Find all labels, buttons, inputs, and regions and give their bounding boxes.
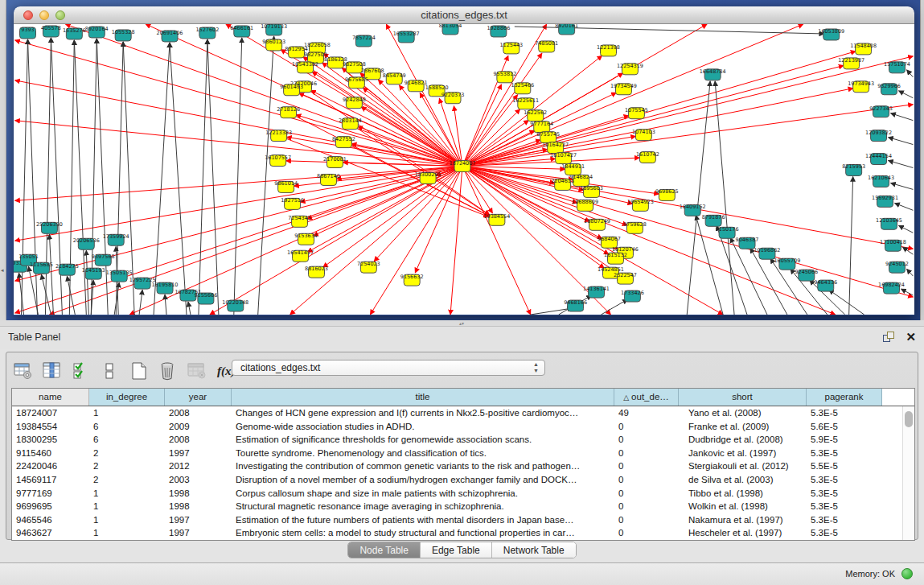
cell-name[interactable]: 9699695 <box>12 500 89 513</box>
cell-title[interactable]: Embryonic stem cells: a model to study s… <box>232 526 614 540</box>
right-panel-collapsed-strip[interactable] <box>920 0 924 320</box>
column-header-title[interactable]: title <box>232 389 614 406</box>
graph-node[interactable]: 14136141 <box>583 286 610 298</box>
cell-in_degree[interactable]: 1 <box>89 487 165 501</box>
table-row[interactable]: 946554611997Estimation of the future num… <box>12 513 902 527</box>
graph-node[interactable]: 16225611 <box>512 97 539 109</box>
delete-table-icon[interactable] <box>158 360 179 381</box>
table-scrollbar[interactable] <box>902 406 914 540</box>
graph-node[interactable]: 10719133 <box>261 24 287 35</box>
cell-year[interactable]: 2008 <box>165 433 232 447</box>
memory-status-indicator[interactable] <box>901 568 913 579</box>
graph-node[interactable]: 12213987 <box>838 57 864 69</box>
table-row[interactable]: 1938455462009Genome-wide association stu… <box>12 420 902 434</box>
cell-in_degree[interactable]: 2 <box>89 473 165 487</box>
graph-node[interactable]: 9329966 <box>877 83 901 95</box>
graph-node[interactable]: 1844911 <box>561 163 585 175</box>
graph-node[interactable]: 9227343 <box>869 105 893 117</box>
graph-node[interactable]: 20206536 <box>73 237 100 249</box>
graph-node[interactable]: 1325466 <box>511 82 534 94</box>
cell-out_degree[interactable]: 0 <box>614 487 679 501</box>
graph-node[interactable]: 9601493 <box>280 84 303 96</box>
cell-pagerank[interactable]: 5.5E-5 <box>807 459 882 473</box>
graph-node[interactable]: 1733426 <box>621 290 644 302</box>
graph-node[interactable]: 1527602 <box>195 27 219 39</box>
cell-pagerank[interactable]: 5.3E-5 <box>807 487 882 501</box>
graph-node[interactable]: 18807249 <box>584 218 610 230</box>
graph-node[interactable]: 9860123 <box>262 39 285 51</box>
cell-year[interactable]: 2012 <box>165 459 232 473</box>
graph-node[interactable]: 12103645 <box>876 217 902 229</box>
graph-node[interactable]: 2718126 <box>277 106 300 118</box>
cell-year[interactable]: 1998 <box>165 487 232 501</box>
cell-title[interactable]: Estimation of the future numbers of pati… <box>232 513 614 527</box>
graph-node[interactable]: 16053809 <box>818 28 844 40</box>
cell-in_degree[interactable]: 1 <box>89 526 165 540</box>
graph-node[interactable]: 16541437 <box>287 249 314 262</box>
cell-name[interactable]: 19384554 <box>12 420 89 434</box>
graph-node[interactable]: 7254345 <box>288 215 311 227</box>
cell-out_degree[interactable]: 0 <box>614 526 679 540</box>
cell-short[interactable]: Tibbo et al. (1998) <box>679 487 807 501</box>
graph-node[interactable]: 8215953 <box>842 164 865 176</box>
cell-short[interactable]: Franke et al. (2009) <box>679 420 807 434</box>
graph-node[interactable]: 12093822 <box>865 130 892 142</box>
network-view-canvas[interactable]: ◂ citations_edges.txt 93934055781535 <box>0 0 924 320</box>
cell-out_degree[interactable]: 49 <box>614 406 679 420</box>
graph-node[interactable]: 17100418 <box>880 239 906 251</box>
checkbox-list-icon[interactable] <box>100 360 121 381</box>
zoom-window-button[interactable] <box>55 10 65 20</box>
column-header-name[interactable]: name <box>12 389 89 406</box>
graph-node[interactable]: 6466161 <box>230 25 253 37</box>
network-window[interactable]: citations_edges.txt 93934055781535276892… <box>14 6 914 315</box>
graph-node[interactable]: 1115685 <box>30 262 53 274</box>
cell-pagerank[interactable]: 5.3E-5 <box>807 447 882 460</box>
splitter-grip-icon[interactable]: ▴▾ <box>459 322 466 326</box>
left-panel-collapsed-strip[interactable]: ◂ <box>0 0 6 320</box>
cell-year[interactable]: 2008 <box>165 406 232 420</box>
select-all-rows-icon[interactable] <box>71 360 92 381</box>
graph-node[interactable]: 1928866 <box>487 25 510 37</box>
graph-node[interactable]: 9156632 <box>400 274 424 286</box>
minimize-window-button[interactable] <box>39 10 49 20</box>
cell-out_degree[interactable]: 0 <box>614 459 679 473</box>
cell-year[interactable]: 2009 <box>165 420 232 434</box>
tab-edge-table[interactable]: Edge Table <box>421 542 492 558</box>
graph-node[interactable]: 19734943 <box>848 80 874 93</box>
graph-node[interactable]: 8920161 <box>555 24 578 35</box>
cell-pagerank[interactable]: 5.9E-5 <box>807 433 882 447</box>
table-row[interactable]: 1872400712008Changes of HCN gene express… <box>12 406 902 420</box>
column-chooser-icon[interactable] <box>42 360 63 381</box>
cell-out_degree[interactable]: 0 <box>614 473 679 487</box>
graph-node[interactable]: 2184275 <box>55 263 79 275</box>
table-settings-icon[interactable] <box>13 360 34 381</box>
graph-node[interactable]: 1535276 <box>63 27 86 39</box>
cell-year[interactable]: 1998 <box>165 500 232 513</box>
graph-node[interactable]: 8813054 <box>439 24 462 35</box>
import-table-icon[interactable] <box>187 360 207 381</box>
cell-name[interactable]: 9115460 <box>12 447 89 460</box>
graph-node[interactable]: 9153634 <box>294 233 318 245</box>
cell-name[interactable]: 22420046 <box>12 459 89 473</box>
graph-node[interactable]: 15692931 <box>872 195 898 207</box>
table-row[interactable]: 2242004622012Investigating the contribut… <box>12 459 902 473</box>
cell-name[interactable]: 9463627 <box>12 526 89 540</box>
graph-node[interactable]: 16210643 <box>868 175 894 187</box>
graph-node[interactable]: 9759628 <box>623 221 647 233</box>
table-row[interactable]: 977716911998Corpus callosum shape and si… <box>12 487 902 501</box>
graph-node[interactable]: 16553287 <box>393 31 420 43</box>
table-row[interactable]: 911546021997Tourette syndrome. Phenomeno… <box>12 447 902 460</box>
graph-node[interactable]: 2204613 <box>551 178 574 190</box>
graph-node[interactable]: 2522547 <box>614 272 637 284</box>
graph-node[interactable]: 10220348 <box>222 299 248 311</box>
float-panel-icon[interactable] <box>883 332 895 344</box>
tab-network-table[interactable]: Network Table <box>492 542 576 558</box>
network-graph[interactable]: 9393405578153527689201641055328206914061… <box>14 24 914 315</box>
cell-pagerank[interactable]: 5.3E-5 <box>807 406 882 420</box>
graph-node[interactable]: 1075545 <box>625 107 648 119</box>
cell-short[interactable]: Nakamura et al. (1997) <box>679 513 807 527</box>
graph-node[interactable]: 405578 <box>41 25 61 37</box>
graph-node[interactable]: 16055709 <box>774 257 800 270</box>
cell-year[interactable]: 1997 <box>165 526 232 540</box>
cell-title[interactable]: Genome-wide association studies in ADHD. <box>232 420 614 434</box>
